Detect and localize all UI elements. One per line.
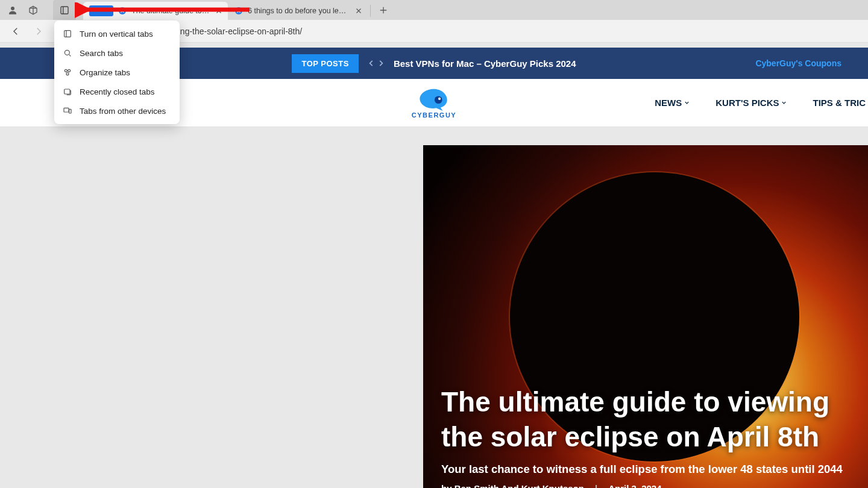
menu-item-label: Turn on vertical tabs bbox=[80, 30, 153, 39]
hero-article-card[interactable]: The ultimate guide to viewing the solar … bbox=[423, 145, 868, 488]
favicon-icon bbox=[234, 6, 244, 16]
menu-item-search-tabs[interactable]: Search tabs bbox=[54, 43, 180, 63]
svg-point-2 bbox=[119, 7, 126, 14]
menu-item-recently-closed[interactable]: Recently closed tabs bbox=[54, 82, 180, 101]
svg-point-3 bbox=[235, 7, 242, 14]
menu-item-label: Search tabs bbox=[80, 49, 123, 58]
brand-name: CYBERGUY bbox=[412, 111, 456, 119]
tab-title: 6 things to do before you leave a bbox=[248, 7, 350, 15]
tab-title: The ultimate guide to viewing th bbox=[131, 7, 210, 15]
nav-link-picks[interactable]: KURT'S PICKS bbox=[715, 98, 787, 108]
menu-item-label: Organize tabs bbox=[80, 68, 130, 77]
menu-item-label: Recently closed tabs bbox=[80, 87, 155, 96]
nav-link-news[interactable]: NEWS bbox=[655, 98, 690, 108]
svg-point-0 bbox=[11, 7, 14, 10]
hero-byline: by Ben Smith And Kurt Knutsson bbox=[441, 483, 584, 488]
next-arrow-icon[interactable] bbox=[377, 59, 385, 67]
coupons-link[interactable]: CyberGuy's Coupons bbox=[755, 58, 841, 68]
favicon-icon bbox=[118, 6, 127, 16]
svg-point-13 bbox=[435, 96, 442, 104]
svg-rect-9 bbox=[64, 89, 70, 94]
top-posts-pill[interactable]: TOP POSTS bbox=[292, 54, 358, 73]
tab-actions-menu: Turn on vertical tabs Search tabs Organi… bbox=[54, 20, 180, 124]
tab-actions-button[interactable] bbox=[53, 0, 76, 20]
menu-item-other-devices[interactable]: Tabs from other devices bbox=[54, 101, 180, 120]
menu-item-vertical-tabs[interactable]: Turn on vertical tabs bbox=[54, 24, 180, 43]
svg-point-7 bbox=[68, 69, 71, 72]
chevron-down-icon bbox=[684, 99, 690, 106]
workspaces-icon[interactable] bbox=[23, 0, 43, 20]
address-bar[interactable]: ews/ultimate-guide-to-viewing-the-solar-… bbox=[75, 27, 862, 36]
close-icon[interactable] bbox=[354, 7, 363, 15]
prev-arrow-icon[interactable] bbox=[367, 59, 376, 67]
svg-rect-11 bbox=[69, 109, 71, 113]
hero-title: The ultimate guide to viewing the solar … bbox=[441, 385, 856, 454]
menu-item-label: Tabs from other devices bbox=[80, 107, 166, 116]
browser-tab[interactable]: 6 things to do before you leave a bbox=[228, 2, 368, 20]
chevron-down-icon bbox=[781, 99, 787, 106]
top-posts-headline[interactable]: Best VPNs for Mac – CyberGuy Picks 2024 bbox=[394, 58, 576, 69]
tab-strip: The ultimate guide to viewing th 6 thing… bbox=[0, 0, 868, 20]
tab-divider bbox=[370, 5, 371, 17]
close-icon[interactable] bbox=[215, 7, 223, 15]
byline-separator: | bbox=[595, 483, 597, 488]
svg-point-8 bbox=[66, 73, 69, 75]
svg-point-5 bbox=[64, 50, 69, 55]
primary-nav: NEWS KURT'S PICKS TIPS & TRIC bbox=[655, 98, 868, 108]
new-tab-button[interactable] bbox=[373, 0, 394, 20]
menu-item-organize-tabs[interactable]: Organize tabs bbox=[54, 63, 180, 82]
back-button[interactable] bbox=[6, 22, 25, 41]
browser-tab-active[interactable]: The ultimate guide to viewing th bbox=[83, 2, 228, 20]
nav-link-tips[interactable]: TIPS & TRIC bbox=[813, 98, 866, 108]
forward-button[interactable] bbox=[29, 22, 48, 41]
hero-date: April 3, 2024 bbox=[608, 483, 661, 488]
brand-logo[interactable]: CYBERGUY bbox=[412, 87, 456, 119]
svg-point-14 bbox=[438, 98, 441, 100]
tab-group-chip bbox=[89, 5, 113, 16]
logo-icon bbox=[417, 87, 451, 111]
svg-rect-10 bbox=[64, 108, 69, 112]
hero-subtitle: Your last chance to witness a full eclip… bbox=[441, 463, 856, 476]
profile-icon[interactable] bbox=[2, 0, 23, 20]
svg-rect-4 bbox=[64, 31, 71, 37]
svg-point-6 bbox=[64, 69, 67, 72]
svg-rect-1 bbox=[61, 7, 68, 14]
